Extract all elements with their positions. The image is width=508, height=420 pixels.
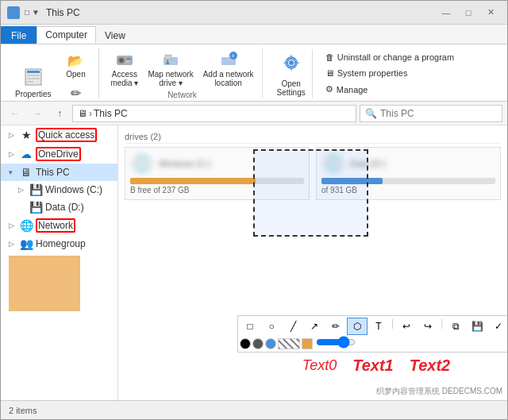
- draw-undo-button[interactable]: ↩: [396, 318, 417, 335]
- draw-save-button[interactable]: 💾: [467, 318, 487, 335]
- draw-redo-button[interactable]: ↪: [418, 318, 438, 335]
- access-media-label: Accessmedia ▾: [110, 70, 138, 87]
- drive-d-icon: 💿: [321, 152, 345, 175]
- open-label: Open: [66, 70, 85, 79]
- settings-icon: [279, 51, 303, 79]
- ribbon: File Computer View: [1, 25, 507, 102]
- map-network-icon: [161, 51, 180, 70]
- onedrive-icon: ☁: [20, 148, 33, 160]
- svg-rect-13: [126, 61, 129, 63]
- path-this-pc: This PC: [94, 108, 128, 119]
- up-button[interactable]: ↑: [50, 105, 69, 122]
- tab-computer[interactable]: Computer: [37, 26, 96, 44]
- svg-rect-1: [14, 7, 19, 12]
- uninstall-button[interactable]: 🗑 Uninstall or change a program: [321, 51, 459, 64]
- tab-file[interactable]: File: [1, 26, 37, 44]
- network-icon: 🌐: [20, 219, 33, 232]
- svg-text:+: +: [231, 53, 234, 59]
- sidebar: ▷ ★ Quick access ▷ ☁ OneDrive ▾ 🖥 This P…: [1, 125, 118, 400]
- sidebar-item-homegroup[interactable]: ▷ 👥 Homegroup: [1, 235, 117, 252]
- manage-button[interactable]: ⚙ Manage: [321, 83, 459, 96]
- manage-label: Manage: [337, 85, 368, 94]
- draw-oval-button[interactable]: ○: [261, 318, 282, 335]
- sidebar-label-this-pc: This PC: [36, 167, 70, 178]
- drive-item-c[interactable]: 💿 Windows (C:) B free of 237 GB: [125, 147, 310, 200]
- uninstall-icon: 🗑: [325, 52, 334, 62]
- maximize-button[interactable]: □: [458, 5, 479, 21]
- path-icon: 🖥: [78, 108, 87, 119]
- this-pc-icon: 🖥: [20, 166, 33, 179]
- system-properties-button[interactable]: 🖥 System properties: [321, 67, 459, 79]
- map-network-button[interactable]: Map networkdrive ▾: [144, 49, 196, 89]
- svg-point-23: [289, 60, 294, 65]
- sidebar-item-data-d[interactable]: 💾 Data (D:): [1, 198, 117, 216]
- path-separator: ›: [89, 108, 92, 119]
- draw-line-button[interactable]: ╱: [283, 318, 303, 335]
- draw-text-button[interactable]: T: [368, 318, 389, 335]
- open-button[interactable]: 📂 Open: [58, 49, 94, 80]
- drive-c-icon: 💿: [130, 152, 154, 175]
- item-count: 2 items: [9, 406, 37, 415]
- svg-rect-8: [27, 81, 33, 83]
- toolbar-sep2: |: [441, 318, 443, 335]
- drive-c-name: Windows (C:): [159, 159, 211, 168]
- draw-arrow-button[interactable]: ↗: [304, 318, 325, 335]
- opacity-slider[interactable]: [316, 337, 356, 348]
- open-settings-button[interactable]: OpenSettings: [271, 49, 313, 98]
- search-input[interactable]: [380, 108, 499, 119]
- expand-icon: ▷: [9, 150, 17, 158]
- back-button[interactable]: ←: [6, 105, 25, 122]
- title-bar: □ ▼ This PC — □ ✕: [1, 1, 507, 25]
- draw-pencil-button[interactable]: ✏: [325, 318, 346, 335]
- ribbon-content: Properties 📂 Open ✏ Rename Location: [1, 44, 507, 101]
- address-path[interactable]: 🖥 › This PC: [72, 105, 356, 122]
- draw-copy-button[interactable]: ⧉: [445, 318, 466, 335]
- svg-rect-12: [126, 58, 131, 60]
- color-pattern[interactable]: [278, 338, 300, 349]
- properties-button[interactable]: Properties: [12, 63, 55, 100]
- main-content: ▷ ★ Quick access ▷ ☁ OneDrive ▾ 🖥 This P…: [1, 125, 507, 400]
- address-bar: ← → ↑ 🖥 › This PC 🔍: [1, 102, 507, 125]
- network-buttons: Accessmedia ▾ Map networkdrive ▾: [107, 49, 256, 89]
- qat-btn2[interactable]: ▼: [32, 8, 40, 17]
- drive-d-space: of 931 GB: [321, 186, 495, 195]
- sidebar-item-windows-c[interactable]: ▷ 💾 Windows (C:): [1, 181, 117, 198]
- draw-select-button[interactable]: □: [240, 318, 260, 335]
- window-controls: — □ ✕: [436, 5, 501, 21]
- add-network-label: Add a networklocation: [203, 70, 254, 87]
- qat-btn1[interactable]: □: [25, 8, 29, 17]
- svg-rect-3: [14, 13, 19, 18]
- search-box[interactable]: 🔍: [360, 105, 502, 122]
- color-darkgray[interactable]: [252, 338, 264, 349]
- close-button[interactable]: ✕: [480, 5, 501, 21]
- add-network-button[interactable]: + Add a networklocation: [200, 49, 257, 89]
- expand-icon: ▷: [9, 131, 17, 139]
- sidebar-item-onedrive[interactable]: ▷ ☁ OneDrive: [1, 144, 117, 164]
- sidebar-item-network[interactable]: ▷ 🌐 Network: [1, 216, 117, 235]
- sidebar-item-this-pc[interactable]: ▾ 🖥 This PC: [1, 164, 117, 181]
- color-black[interactable]: [240, 338, 251, 349]
- status-bar: 2 items: [1, 400, 507, 419]
- svg-rect-7: [27, 78, 40, 79]
- forward-button[interactable]: →: [28, 105, 47, 122]
- access-media-button[interactable]: Accessmedia ▾: [107, 49, 141, 89]
- drive-item-d[interactable]: 💿 Data (D:) of 931 GB: [316, 147, 501, 200]
- ribbon-group-location: Properties 📂 Open ✏ Rename Location: [7, 48, 99, 98]
- homegroup-icon: 👥: [20, 237, 33, 250]
- annotation-text2: Text2: [410, 356, 451, 375]
- drawing-toolbar: □ ○ ╱ ↗ ✏ ⬡ T | ↩ ↪ | ⧉ 💾 ✓: [237, 315, 507, 353]
- manage-icon: ⚙: [325, 84, 333, 94]
- draw-highlight-button[interactable]: ⬡: [347, 318, 368, 335]
- sidebar-item-quick-access[interactable]: ▷ ★ Quick access: [1, 125, 117, 144]
- drive-d-name: Data (D:): [350, 159, 386, 168]
- open-icon: 📂: [66, 51, 85, 70]
- sidebar-label-data-d: Data (D:): [45, 202, 84, 213]
- color-orange[interactable]: [302, 338, 313, 349]
- minimize-button[interactable]: —: [436, 5, 456, 21]
- color-blue[interactable]: [265, 338, 276, 349]
- drives-count: drives (2): [125, 132, 161, 141]
- add-network-icon: +: [219, 51, 238, 70]
- window-icon: [7, 6, 20, 19]
- tab-view[interactable]: View: [96, 26, 134, 44]
- draw-confirm-button[interactable]: ✓: [488, 318, 507, 335]
